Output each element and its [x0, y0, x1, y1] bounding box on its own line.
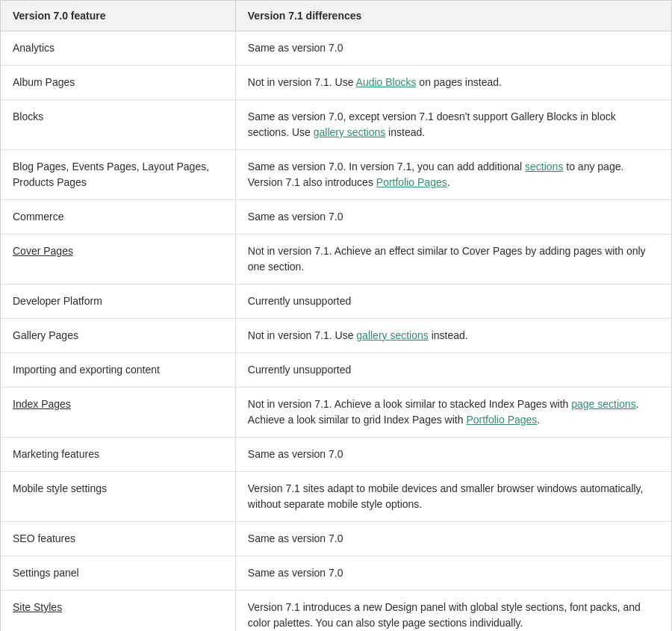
table-row: BlocksSame as version 7.0, except versio…	[1, 100, 671, 150]
feature-cell: Marketing features	[1, 438, 235, 472]
difference-cell: Same as version 7.0	[235, 31, 671, 66]
feature-cell: SEO features	[1, 522, 235, 556]
feature-cell: Index Pages	[1, 388, 235, 438]
difference-cell: Same as version 7.0	[235, 556, 671, 591]
difference-cell: Not in version 7.1. Use gallery sections…	[235, 319, 671, 353]
table-row: CommerceSame as version 7.0	[1, 200, 671, 234]
difference-cell: Not in version 7.1. Achieve a look simil…	[235, 388, 671, 438]
table-row: Blog Pages, Events Pages, Layout Pages, …	[1, 150, 671, 200]
table-row: Site StylesVersion 7.1 introduces a new …	[1, 591, 671, 632]
difference-cell: Version 7.1 introduces a new Design pane…	[235, 591, 671, 632]
feature-cell: Commerce	[1, 200, 235, 234]
difference-cell: Same as version 7.0	[235, 522, 671, 556]
table-row: SEO featuresSame as version 7.0	[1, 522, 671, 556]
table-row: Album PagesNot in version 7.1. Use Audio…	[1, 66, 671, 100]
feature-cell: Album Pages	[1, 66, 235, 100]
feature-cell: Gallery Pages	[1, 319, 235, 353]
difference-cell: Currently unsupported	[235, 353, 671, 388]
table-row: AnalyticsSame as version 7.0	[1, 31, 671, 66]
portfolio-pages-link-1[interactable]: Portfolio Pages	[376, 176, 447, 188]
table-row: Index PagesNot in version 7.1. Achieve a…	[1, 388, 671, 438]
table-row: Gallery PagesNot in version 7.1. Use gal…	[1, 319, 671, 353]
feature-cell: Cover Pages	[1, 234, 235, 285]
comparison-table: Version 7.0 feature Version 7.1 differen…	[1, 1, 671, 631]
difference-cell: Not in version 7.1. Achieve an effect si…	[235, 234, 671, 285]
col1-header: Version 7.0 feature	[1, 1, 235, 31]
difference-cell: Same as version 7.0	[235, 438, 671, 472]
feature-cell: Analytics	[1, 31, 235, 66]
table-header-row: Version 7.0 feature Version 7.1 differen…	[1, 1, 671, 31]
feature-cell: Blog Pages, Events Pages, Layout Pages, …	[1, 150, 235, 200]
feature-cell: Importing and exporting content	[1, 353, 235, 388]
comparison-table-container: Version 7.0 feature Version 7.1 differen…	[0, 0, 672, 631]
table-row: Developer PlatformCurrently unsupported	[1, 285, 671, 319]
gallery-sections-link-2[interactable]: gallery sections	[356, 329, 429, 341]
feature-cell: Settings panel	[1, 556, 235, 591]
table-row: Mobile style settingsVersion 7.1 sites a…	[1, 472, 671, 522]
difference-cell: Currently unsupported	[235, 285, 671, 319]
feature-cell: Site Styles	[1, 591, 235, 632]
feature-cell: Mobile style settings	[1, 472, 235, 522]
feature-cell: Blocks	[1, 100, 235, 150]
table-row: Cover PagesNot in version 7.1. Achieve a…	[1, 234, 671, 285]
difference-cell: Version 7.1 sites adapt to mobile device…	[235, 472, 671, 522]
portfolio-pages-link-2[interactable]: Portfolio Pages	[466, 414, 537, 426]
table-row: Marketing featuresSame as version 7.0	[1, 438, 671, 472]
page-sections-link[interactable]: page sections	[571, 398, 635, 410]
table-row: Importing and exporting contentCurrently…	[1, 353, 671, 388]
feature-cell: Developer Platform	[1, 285, 235, 319]
difference-cell: Same as version 7.0	[235, 200, 671, 234]
gallery-sections-link-1[interactable]: gallery sections	[314, 126, 386, 138]
difference-cell: Not in version 7.1. Use Audio Blocks on …	[235, 66, 671, 100]
difference-cell: Same as version 7.0, except version 7.1 …	[235, 100, 671, 150]
difference-cell: Same as version 7.0. In version 7.1, you…	[235, 150, 671, 200]
table-row: Settings panelSame as version 7.0	[1, 556, 671, 591]
col2-header: Version 7.1 differences	[235, 1, 671, 31]
audio-blocks-link[interactable]: Audio Blocks	[356, 76, 417, 88]
sections-link[interactable]: sections	[525, 161, 563, 172]
